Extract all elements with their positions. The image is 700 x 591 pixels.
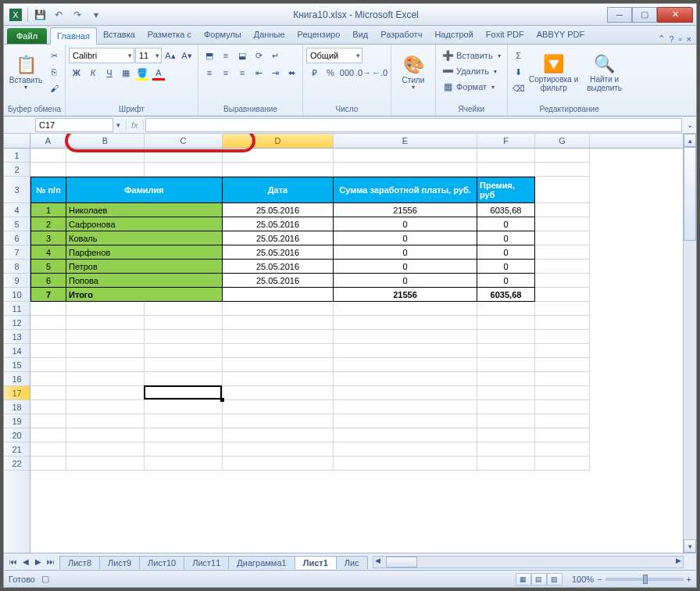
table-cell[interactable]: 2 xyxy=(30,217,66,231)
cell[interactable] xyxy=(30,163,66,177)
scroll-left-icon[interactable]: ◀ xyxy=(375,557,380,564)
cell[interactable] xyxy=(30,330,66,344)
cell[interactable] xyxy=(145,316,223,330)
align-middle-icon[interactable]: ≡ xyxy=(218,48,234,63)
cell[interactable] xyxy=(30,149,66,163)
cell[interactable] xyxy=(535,330,590,344)
cell[interactable] xyxy=(223,302,334,316)
cell[interactable] xyxy=(535,274,590,288)
row-header-12[interactable]: 12 xyxy=(4,316,30,330)
scroll-right-icon[interactable]: ▶ xyxy=(676,557,681,564)
underline-icon[interactable]: Ч xyxy=(102,65,117,81)
autosum-icon[interactable]: Σ xyxy=(511,48,527,63)
table-cell[interactable]: 0 xyxy=(334,217,477,231)
undo-icon[interactable]: ↶ xyxy=(50,6,67,23)
row-header-6[interactable]: 6 xyxy=(4,231,30,245)
select-all-corner[interactable] xyxy=(4,134,30,148)
decrease-decimal-icon[interactable]: ←.0 xyxy=(372,65,388,81)
row-header-4[interactable]: 4 xyxy=(4,203,30,217)
cell[interactable] xyxy=(223,316,334,330)
table-cell[interactable]: Сафронова xyxy=(66,217,223,231)
tab-last-icon[interactable]: ⏭ xyxy=(45,557,57,566)
cell[interactable] xyxy=(145,372,223,386)
cell[interactable] xyxy=(477,302,535,316)
insert-cells-button[interactable]: ➕Вставить▾ xyxy=(439,48,504,63)
sheet-tab-Лист11[interactable]: Лист11 xyxy=(184,556,229,569)
table-cell[interactable] xyxy=(223,288,334,302)
align-right-icon[interactable]: ≡ xyxy=(234,65,250,81)
cell[interactable] xyxy=(535,400,590,414)
tab-разработч[interactable]: Разработч xyxy=(374,27,428,44)
cell[interactable] xyxy=(535,344,590,358)
row-header-17[interactable]: 17 xyxy=(4,386,30,400)
increase-decimal-icon[interactable]: .0→ xyxy=(355,65,371,81)
tab-nav-arrows[interactable]: ⏮ ◀ ▶ ⏭ xyxy=(4,557,60,566)
expand-formula-icon[interactable]: ⌄ xyxy=(684,120,696,129)
cell[interactable] xyxy=(223,149,334,163)
cell[interactable] xyxy=(66,316,145,330)
col-header-B[interactable]: B xyxy=(66,134,145,148)
styles-button[interactable]: 🎨 Стили ▾ xyxy=(395,48,432,99)
number-format-combo[interactable]: Общий xyxy=(306,48,362,63)
table-cell[interactable]: Николаев xyxy=(66,203,223,217)
cell[interactable] xyxy=(145,428,223,442)
table-cell[interactable]: 25.05.2016 xyxy=(223,217,334,231)
hscroll-thumb[interactable] xyxy=(386,557,417,568)
tab-вид[interactable]: Вид xyxy=(346,27,374,44)
table-cell[interactable]: Парфенов xyxy=(66,245,223,260)
cell[interactable] xyxy=(30,428,66,442)
table-cell[interactable]: 0 xyxy=(334,245,477,260)
fill-handle[interactable] xyxy=(220,398,224,402)
minimize-ribbon-icon[interactable]: ⌃ xyxy=(658,34,665,44)
table-cell[interactable]: 6035,68 xyxy=(477,203,535,217)
tab-надстрой[interactable]: Надстрой xyxy=(428,27,479,44)
font-size-combo[interactable]: 11 xyxy=(135,48,162,63)
tab-вставка[interactable]: Вставка xyxy=(97,27,141,44)
clear-icon[interactable]: ⌫ xyxy=(511,81,527,96)
scroll-up-icon[interactable]: ▴ xyxy=(684,134,696,147)
tab-foxit pdf[interactable]: Foxit PDF xyxy=(480,27,530,44)
cell[interactable] xyxy=(535,358,590,372)
currency-icon[interactable]: ₽ xyxy=(306,65,322,81)
vscroll-thumb[interactable] xyxy=(684,147,696,241)
cell[interactable] xyxy=(30,372,66,386)
col-header-G[interactable]: G xyxy=(535,134,590,148)
tab-рецензиро[interactable]: Рецензиро xyxy=(291,27,347,44)
close-workbook-icon[interactable]: × xyxy=(687,34,691,44)
cell[interactable] xyxy=(66,400,145,414)
cell[interactable] xyxy=(477,386,535,400)
cell[interactable] xyxy=(145,344,223,358)
cell[interactable] xyxy=(223,372,334,386)
zoom-out-icon[interactable]: − xyxy=(597,575,602,584)
format-painter-icon[interactable]: 🖌 xyxy=(46,81,62,96)
redo-icon[interactable]: ↷ xyxy=(69,6,86,23)
cell[interactable] xyxy=(30,414,66,428)
shrink-font-icon[interactable]: A▾ xyxy=(179,48,195,63)
cell[interactable] xyxy=(145,163,223,177)
column-headers[interactable]: ABCDEFG xyxy=(4,134,683,149)
cell[interactable] xyxy=(66,149,145,163)
cell[interactable] xyxy=(535,316,590,330)
table-cell[interactable]: 0 xyxy=(477,260,535,274)
row-header-8[interactable]: 8 xyxy=(4,260,30,274)
name-box[interactable]: C17 xyxy=(35,118,113,132)
cell[interactable] xyxy=(477,414,535,428)
qat-more-icon[interactable]: ▾ xyxy=(88,6,105,23)
align-left-icon[interactable]: ≡ xyxy=(202,65,217,81)
align-center-icon[interactable]: ≡ xyxy=(218,65,234,81)
row-header-9[interactable]: 9 xyxy=(4,274,30,288)
cell[interactable] xyxy=(334,358,477,372)
table-cell[interactable]: 25.05.2016 xyxy=(223,274,334,288)
table-cell[interactable]: Попова xyxy=(66,274,223,288)
cell[interactable] xyxy=(334,372,477,386)
table-header[interactable]: Сумма заработной платы, руб. xyxy=(334,177,477,203)
sheet-tab-Лис[interactable]: Лис xyxy=(336,556,368,569)
cell[interactable] xyxy=(30,316,66,330)
table-cell[interactable]: 25.05.2016 xyxy=(223,203,334,217)
cell[interactable] xyxy=(535,231,590,245)
table-cell[interactable]: 0 xyxy=(477,245,535,260)
row-header-22[interactable]: 22 xyxy=(4,457,30,471)
bold-icon[interactable]: Ж xyxy=(69,65,84,81)
cell[interactable] xyxy=(66,428,145,442)
cell[interactable] xyxy=(535,260,590,274)
